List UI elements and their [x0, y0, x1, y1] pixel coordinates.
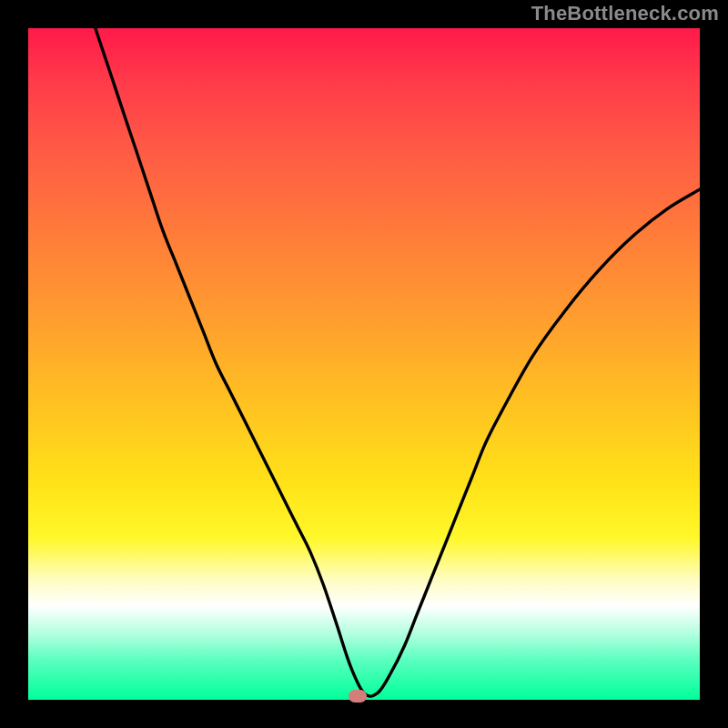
- minimum-marker: [349, 690, 367, 703]
- bottleneck-curve: [28, 28, 700, 700]
- watermark-text: TheBottleneck.com: [531, 2, 719, 25]
- chart-frame: TheBottleneck.com: [0, 0, 728, 728]
- plot-area: [28, 28, 700, 700]
